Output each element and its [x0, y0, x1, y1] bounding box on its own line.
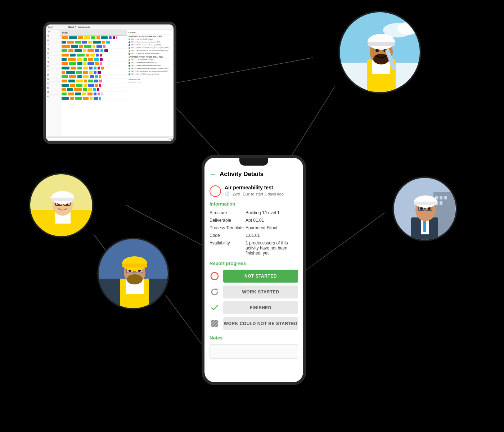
legend-row: F6 — [46, 47, 60, 51]
gantt-bar — [68, 58, 76, 61]
not-started-button[interactable]: NOT STARTED — [223, 270, 298, 283]
info-label: Structure — [210, 210, 246, 215]
gantt-bar — [69, 75, 76, 78]
gantt-bar — [86, 54, 89, 57]
gantt-bar — [62, 93, 67, 95]
gantt-bar — [67, 41, 74, 44]
gantt-bar — [70, 97, 74, 100]
gantt-bar — [93, 45, 95, 48]
could-not-start-button[interactable]: WORK COULD NOT BE STARTED — [223, 317, 298, 330]
legend-item: GM1 T.3 Owner / PIC do snag (sign off un… — [129, 53, 172, 55]
gantt-bar — [95, 62, 99, 65]
tablet-search-bar[interactable]: 🔍 — [46, 136, 174, 141]
legend-text: GM1 T.5 All trades do snag and decision … — [131, 50, 168, 51]
finished-button[interactable]: FINISHED — [223, 301, 298, 314]
section-1-title: APARTMENT FITOUT - TOWER (F08 AF F01) — [129, 36, 172, 37]
info-value: 1 predecessors of this activity have not… — [246, 240, 298, 256]
gantt-bar — [75, 93, 81, 95]
legend-text: GM1 T.3 Owner / PIC do snag (sign off un… — [131, 53, 159, 54]
gantt-bar — [79, 45, 83, 48]
legend-dot — [129, 47, 130, 49]
legend-row: B5 — [46, 95, 60, 99]
gantt-bar — [88, 80, 93, 82]
tablet-header: Level Block A - Apartments — [46, 24, 174, 30]
work-started-button[interactable]: WORK STARTED — [223, 285, 298, 298]
gantt-row — [60, 87, 127, 92]
gantt-bar — [62, 36, 68, 39]
worker-photo-bottom — [97, 238, 169, 310]
svg-rect-31 — [51, 198, 74, 201]
legend-row: F2 — [46, 64, 60, 69]
tablet-legend-column: F10 F9 F8 F7 F6 F5 F4 F3 F2 F1 GF B1 B2 … — [46, 30, 60, 136]
gantt-bar — [84, 80, 87, 82]
legend-text: GM1 T.3 Installer pipe and fma touch + 1 — [131, 62, 157, 63]
gantt-bar — [102, 41, 105, 44]
activity-duration: 2wd — [233, 192, 240, 196]
gantt-bar — [70, 54, 76, 57]
svg-rect-67 — [211, 320, 218, 327]
gantt-bar — [62, 41, 66, 44]
phone-screen: ← Activity Details Air permeability test… — [204, 158, 303, 382]
notes-input-field[interactable] — [210, 344, 298, 359]
gantt-bar — [88, 88, 92, 91]
gantt-row — [60, 70, 127, 75]
gantt-bar — [94, 58, 99, 61]
worker-photo-left — [29, 173, 94, 238]
gantt-bar — [98, 93, 100, 95]
gantt-bar — [62, 71, 65, 74]
legend-text: GM1 T.3 Owner / PIC do snag (sign off un… — [131, 73, 159, 75]
gantt-bar — [62, 84, 69, 87]
legend-dot — [129, 53, 130, 55]
legend-text: GM1 T.4 Tradies complete LLC stage are c… — [131, 67, 168, 69]
gantt-bar — [78, 36, 83, 39]
tablet-device: Level Block A - Apartments F10 F9 F8 F7 … — [43, 22, 176, 144]
gantt-row — [60, 66, 127, 70]
legend-dot — [129, 39, 130, 40]
svg-rect-51 — [440, 201, 442, 205]
gantt-bar — [101, 36, 108, 39]
gantt-row — [60, 79, 127, 83]
gantt-bar — [95, 75, 98, 78]
finished-icon — [210, 303, 220, 313]
legend-row: B1 — [46, 77, 60, 82]
gantt-bar — [75, 49, 82, 52]
gantt-bar — [69, 36, 77, 39]
gantt-bar — [62, 80, 67, 82]
gantt-bar — [83, 75, 89, 78]
legend-dot — [129, 44, 130, 46]
legend-footer-item: open quality issues — [129, 81, 172, 83]
info-value: Apartment Fitout — [246, 225, 298, 230]
legend-text: GM1 T.4 Tradies complete LLC stage are c… — [131, 47, 168, 49]
svg-rect-18 — [368, 42, 395, 46]
gantt-bar — [82, 41, 87, 44]
report-progress-heading: Report progress — [210, 261, 298, 266]
gantt-bar — [95, 49, 99, 52]
legend-row: F5 — [46, 51, 60, 56]
legend-item: GM1 T.3 Tradies check runs final stage (… — [129, 44, 172, 46]
gantt-bar — [84, 45, 91, 48]
gantt-bar — [96, 54, 99, 57]
activity-meta: 🕐 2wd Due to start 3 days ago — [225, 192, 298, 196]
svg-point-37 — [127, 274, 143, 284]
gantt-bar — [100, 62, 102, 65]
legend-row: F4 — [46, 56, 60, 60]
section-2-title: APARTMENT FITOUT - TOWER (F08 AF F001) — [129, 56, 172, 58]
gantt-row — [60, 57, 127, 62]
gantt-bar — [89, 71, 93, 74]
tablet-gantt-main: Weeks → — [60, 30, 127, 136]
legend-text: GM1 T.3 Tradies check runs final stage (… — [131, 64, 161, 66]
back-button[interactable]: ← — [210, 171, 217, 178]
gantt-bar — [88, 41, 92, 44]
could-not-start-icon — [210, 319, 220, 329]
progress-option-finished: FINISHED — [210, 301, 298, 314]
gantt-bar — [93, 41, 101, 44]
legend-dot — [129, 41, 130, 43]
gantt-bar — [82, 93, 86, 95]
sidebar-section-2: APARTMENT FITOUT - TOWER (F08 AF F001) G… — [129, 56, 172, 75]
legend-item: GM1 T.5 All trades do snag and decision … — [129, 50, 172, 52]
gantt-bar — [101, 67, 104, 69]
search-input[interactable] — [48, 138, 169, 140]
info-row-structure: Structure Building 1/Level 1 — [210, 210, 298, 215]
tablet-grid: F10 F9 F8 F7 F6 F5 F4 F3 F2 F1 GF B1 B2 … — [46, 30, 174, 136]
gantt-row — [60, 44, 127, 49]
